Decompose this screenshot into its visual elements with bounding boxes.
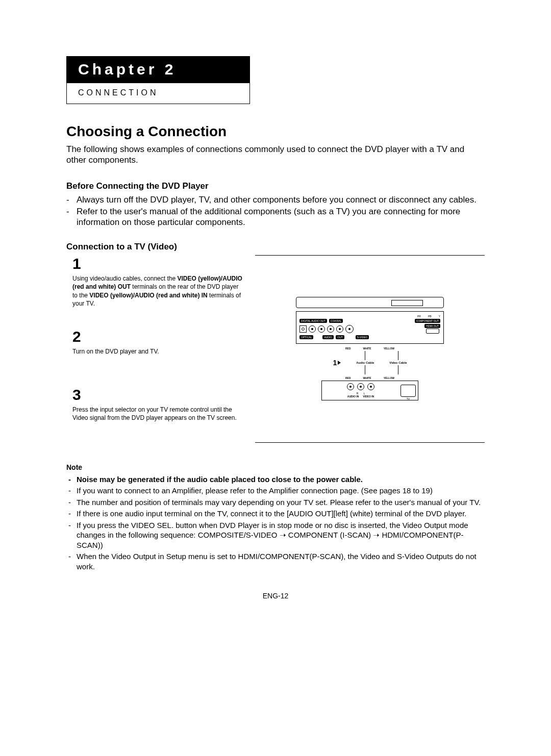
tv-jack-icon bbox=[357, 383, 364, 390]
step-text: Turn on the DVD player and TV. bbox=[72, 347, 245, 356]
note-item-bold: Noise may be generated if the audio cabl… bbox=[77, 474, 363, 485]
step-3: 3 Press the input selector on your TV re… bbox=[66, 386, 245, 422]
before-list: -Always turn off the DVD player, TV, and… bbox=[66, 194, 485, 228]
note-item: When the Video Output in Setup menu is s… bbox=[77, 551, 485, 571]
chapter-title: Chapter 2 bbox=[67, 57, 249, 83]
step-text: Using video/audio cables, connect the VI… bbox=[72, 274, 245, 308]
page-title: Choosing a Connection bbox=[66, 123, 485, 140]
tv-icon bbox=[400, 385, 416, 397]
coaxial-jack-icon bbox=[309, 325, 316, 333]
before-heading: Before Connecting the DVD Player bbox=[66, 181, 485, 191]
step-number: 2 bbox=[72, 328, 245, 345]
before-item: Always turn off the DVD player, TV, and … bbox=[77, 194, 477, 205]
page-number: ENG-12 bbox=[66, 592, 485, 600]
chapter-header: Chapter 2 CONNECTION bbox=[66, 56, 250, 104]
step-1: 1 Using video/audio cables, connect the … bbox=[66, 255, 245, 308]
dvd-rear-panel: PRPBY DIGITAL AUDIO OUT COAXIAL COMPONEN… bbox=[296, 311, 444, 344]
tv-jack-icon bbox=[367, 383, 374, 390]
dvd-front-icon bbox=[296, 297, 444, 308]
arrow-right-icon bbox=[338, 361, 341, 365]
optical-jack-icon bbox=[299, 325, 307, 333]
note-item: If there is one audio input terminal on … bbox=[77, 509, 467, 519]
step-number: 3 bbox=[72, 386, 245, 404]
note-list: -Noise may be generated if the audio cab… bbox=[66, 474, 485, 572]
note-heading: Note bbox=[66, 463, 485, 471]
note-item: The number and position of terminals may… bbox=[77, 497, 481, 508]
audio-jack-icon bbox=[327, 325, 334, 333]
note-item: If you want to connect to an Amplifier, … bbox=[77, 486, 433, 496]
step-text: Press the input selector on your TV remo… bbox=[72, 406, 245, 422]
video-jack-icon bbox=[336, 325, 343, 333]
before-item: Refer to the user's manual of the additi… bbox=[77, 206, 485, 228]
audio-jack-icon bbox=[318, 325, 325, 333]
hdmi-jack-icon bbox=[426, 329, 439, 334]
intro-text: The following shows examples of connecti… bbox=[66, 144, 485, 166]
chapter-subtitle: CONNECTION bbox=[67, 83, 249, 104]
tv-panel: RL AUDIO IN VIDEO IN bbox=[321, 381, 418, 400]
tvconn-heading: Connection to a TV (Video) bbox=[66, 242, 485, 252]
svideo-jack-icon bbox=[345, 325, 354, 333]
note-item: If you press the VIDEO SEL. button when … bbox=[77, 520, 485, 550]
tv-jack-icon bbox=[347, 383, 354, 390]
step-2: 2 Turn on the DVD player and TV. bbox=[66, 328, 245, 356]
step-number: 1 bbox=[72, 255, 245, 272]
connection-diagram: PRPBY DIGITAL AUDIO OUT COAXIAL COMPONEN… bbox=[255, 255, 485, 442]
